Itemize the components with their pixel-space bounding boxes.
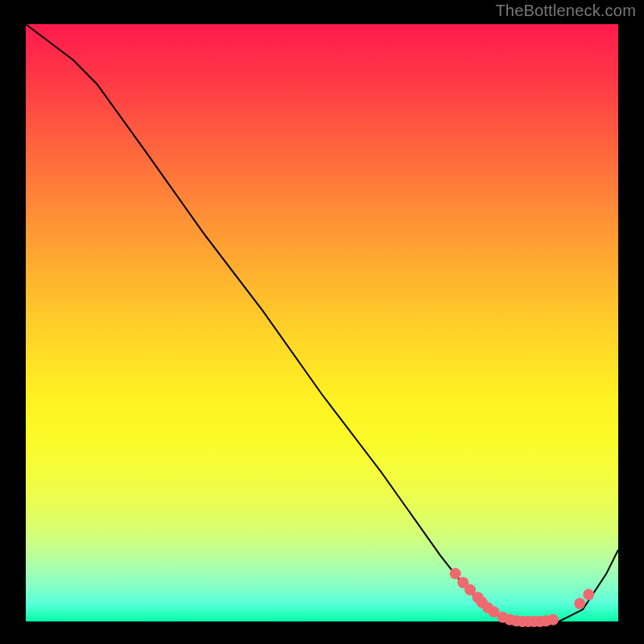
highlight-dot bbox=[547, 614, 559, 625]
chart-frame: TheBottleneck.com bbox=[0, 0, 644, 644]
bottleneck-curve bbox=[26, 24, 618, 621]
curve-layer bbox=[26, 24, 618, 621]
attribution-text: TheBottleneck.com bbox=[495, 2, 636, 20]
highlight-dot bbox=[450, 568, 461, 580]
highlight-dot bbox=[574, 598, 585, 609]
plot-area bbox=[26, 24, 618, 621]
highlight-dot bbox=[583, 589, 594, 601]
highlight-dots-group bbox=[450, 568, 595, 627]
